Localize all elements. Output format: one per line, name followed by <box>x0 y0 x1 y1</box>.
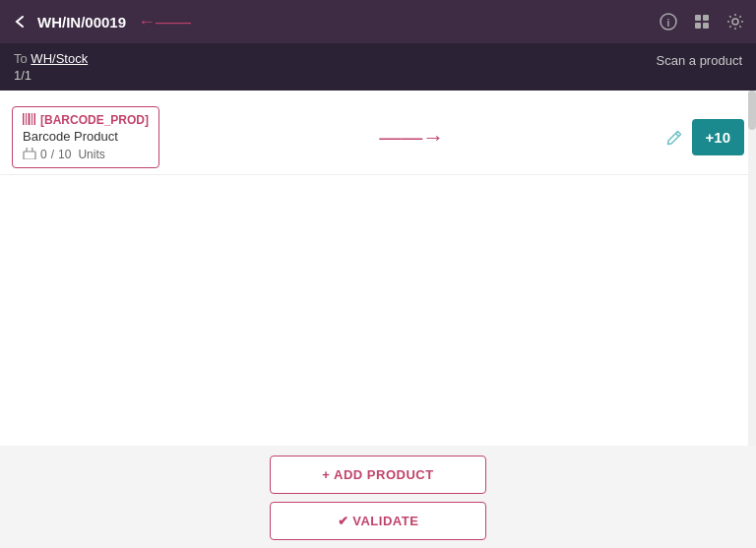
edit-button[interactable] <box>664 128 684 148</box>
product-list: [BARCODE_PROD] Barcode Product 0 / 10 Un… <box>0 91 756 446</box>
arrow-right-icon: ——→ <box>379 125 444 151</box>
svg-rect-5 <box>703 23 709 29</box>
product-barcode: [BARCODE_PROD] <box>23 113 149 127</box>
svg-rect-2 <box>695 15 701 21</box>
scroll-track <box>748 91 756 446</box>
top-bar-left: WH/IN/00019 ←—— <box>12 12 191 32</box>
svg-rect-8 <box>26 113 27 125</box>
qty-separator: / <box>51 148 54 161</box>
svg-rect-12 <box>24 152 35 159</box>
qty-total: 10 <box>58 148 71 161</box>
add-product-button[interactable]: + ADD PRODUCT <box>270 456 486 494</box>
plus-ten-button[interactable]: +10 <box>692 119 744 155</box>
svg-rect-7 <box>23 113 25 125</box>
validate-button[interactable]: ✔ VALIDATE <box>270 502 486 540</box>
svg-rect-4 <box>695 23 701 29</box>
sub-header-left: To WH/Stock 1/1 <box>14 51 88 83</box>
qty-unit: Units <box>78 148 104 161</box>
destination-prefix: To <box>14 51 28 66</box>
title-arrow-annotation: ←—— <box>138 12 191 32</box>
count-label: 1/1 <box>14 68 88 83</box>
main-area: [BARCODE_PROD] Barcode Product 0 / 10 Un… <box>0 91 756 446</box>
row-middle: ——→ <box>159 125 664 151</box>
info-button[interactable]: i <box>660 13 677 30</box>
grid-button[interactable] <box>693 13 711 30</box>
scroll-thumb[interactable] <box>748 91 756 130</box>
top-bar: WH/IN/00019 ←—— i <box>0 0 756 43</box>
top-bar-right: i <box>660 13 744 30</box>
qty-done: 0 <box>40 148 47 161</box>
svg-rect-9 <box>29 113 31 125</box>
sub-header: To WH/Stock 1/1 Scan a product <box>0 43 756 91</box>
product-qty: 0 / 10 Units <box>23 148 149 161</box>
destination-link[interactable]: WH/Stock <box>31 51 88 66</box>
table-row: [BARCODE_PROD] Barcode Product 0 / 10 Un… <box>0 100 756 175</box>
svg-rect-3 <box>703 15 709 21</box>
back-button[interactable] <box>12 13 30 30</box>
gear-button[interactable] <box>726 13 744 30</box>
barcode-icon <box>23 113 36 127</box>
svg-point-6 <box>732 19 738 25</box>
svg-rect-11 <box>34 113 36 125</box>
destination-line: To WH/Stock <box>14 51 88 66</box>
svg-text:i: i <box>667 18 670 29</box>
bottom-area: + ADD PRODUCT ✔ VALIDATE <box>0 446 756 548</box>
product-info-box: [BARCODE_PROD] Barcode Product 0 / 10 Un… <box>12 106 159 168</box>
pkg-icon <box>23 148 36 161</box>
row-actions: +10 <box>664 119 744 155</box>
svg-rect-10 <box>32 113 32 125</box>
barcode-code: [BARCODE_PROD] <box>40 113 149 127</box>
scan-label: Scan a product <box>657 51 742 68</box>
product-name: Barcode Product <box>23 129 149 144</box>
page-title: WH/IN/00019 <box>37 14 126 30</box>
